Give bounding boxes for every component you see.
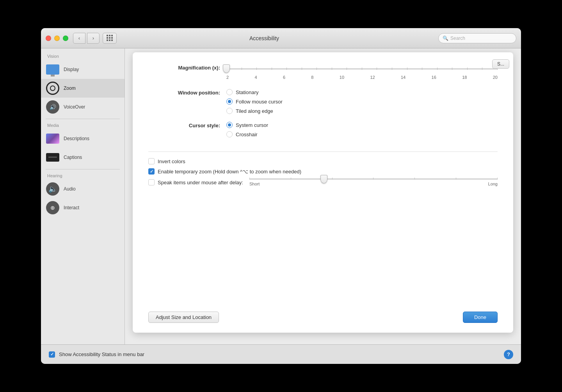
main-content: Vision Display Zoom (41, 48, 521, 344)
speak-items-checkbox[interactable] (148, 179, 155, 185)
captions-icon (46, 150, 60, 164)
sidebar-label-display: Display (64, 67, 79, 72)
mac-window: ‹ › Accessibility 🔍 Search Vision (41, 28, 521, 364)
temp-zoom-checkbox[interactable] (148, 168, 155, 175)
zoom-icon (46, 81, 60, 95)
sidebar-item-display[interactable]: Display (41, 60, 124, 79)
radio-crosshair[interactable]: Crosshair (226, 131, 268, 137)
window-position-label: Window position: (148, 89, 226, 96)
speak-slider-ticks (249, 178, 498, 180)
traffic-lights (46, 36, 68, 41)
magnification-slider-wrapper[interactable] (226, 64, 498, 73)
sidebar-divider-1 (46, 119, 120, 119)
radio-tiled[interactable]: Tiled along edge (226, 108, 283, 114)
slider-label-12: 12 (370, 75, 375, 80)
radio-circle-system-cursor (226, 122, 233, 128)
invert-colors-checkbox[interactable] (148, 158, 155, 164)
adjust-size-location-button[interactable]: Adjust Size and Location (148, 312, 219, 323)
help-button[interactable]: ? (504, 350, 513, 359)
sidebar-label-voiceover: VoiceOver (64, 104, 85, 110)
back-button[interactable]: ‹ (73, 33, 85, 44)
search-icon: 🔍 (443, 36, 448, 41)
speak-short-label: Short (249, 182, 260, 186)
search-bar[interactable]: 🔍 Search (438, 33, 516, 43)
descriptions-icon (46, 132, 60, 146)
audio-icon: 🔈 (46, 182, 60, 196)
invert-colors-label: Invert colors (158, 159, 185, 164)
slider-label-10: 10 (340, 75, 344, 80)
done-button[interactable]: Done (463, 312, 498, 323)
more-button-area: S... (492, 59, 509, 69)
voiceover-icon: 🔊 (46, 100, 60, 114)
radio-label-stationary: Stationary (236, 89, 259, 95)
close-button[interactable] (46, 36, 51, 41)
minimize-button[interactable] (54, 36, 60, 41)
bottom-bar: Show Accessibility Status in menu bar ? (41, 344, 521, 364)
speak-items-slider-wrapper[interactable]: Short Long (249, 178, 498, 186)
maximize-button[interactable] (63, 36, 68, 41)
magnification-slider-thumb[interactable] (223, 64, 230, 73)
magnification-row: Magnification (x): (148, 64, 498, 80)
sidebar-label-captions: Captions (64, 155, 82, 160)
sidebar-item-audio[interactable]: 🔈 Audio (41, 180, 124, 198)
magnification-slider-container: 2 4 6 8 10 12 14 16 18 20 (226, 64, 498, 80)
temp-zoom-row[interactable]: Enable temporary zoom (Hold down ^⌥ to z… (148, 168, 498, 175)
magnification-slider-track (226, 68, 498, 69)
radio-circle-stationary (226, 89, 233, 95)
sidebar-divider-2 (46, 169, 120, 169)
sidebar-label-interact: Interact (64, 205, 79, 210)
radio-follow-mouse[interactable]: Follow mouse cursor (226, 98, 283, 105)
radio-label-follow-mouse: Follow mouse cursor (236, 99, 283, 105)
content-area: Magnification (x): (125, 48, 521, 344)
media-section-label: Media (41, 121, 124, 129)
interact-icon: ⊕ (46, 201, 60, 215)
window-title: Accessibility (90, 35, 438, 41)
hearing-section-label: Hearing (41, 172, 124, 180)
slider-label-14: 14 (401, 75, 405, 80)
radio-label-system-cursor: System cursor (236, 122, 268, 128)
radio-circle-follow-mouse (226, 98, 233, 105)
panel-bottom-buttons: Adjust Size and Location Done (148, 305, 498, 323)
cursor-style-label: Cursor style: (148, 122, 226, 128)
radio-stationary[interactable]: Stationary (226, 89, 283, 95)
search-input[interactable]: Search (450, 36, 465, 41)
sidebar-label-audio: Audio (64, 186, 76, 192)
sidebar-item-descriptions[interactable]: Descriptions (41, 129, 124, 148)
cursor-style-options: System cursor Crosshair (226, 122, 268, 137)
sidebar-label-descriptions: Descriptions (64, 136, 89, 141)
magnification-label: Magnification (x): (148, 64, 226, 71)
radio-circle-tiled (226, 108, 233, 114)
slider-label-6: 6 (283, 75, 285, 80)
slider-label-8: 8 (311, 75, 313, 80)
sidebar-item-voiceover[interactable]: 🔊 VoiceOver (41, 98, 124, 116)
slider-tick-marks (226, 67, 498, 70)
sidebar: Vision Display Zoom (41, 48, 125, 344)
invert-colors-row[interactable]: Invert colors (148, 158, 498, 164)
vision-section-label: Vision (41, 52, 124, 60)
speak-end-labels: Short Long (249, 182, 498, 186)
slider-label-20: 20 (493, 75, 498, 80)
window-position-row: Window position: Stationary Follow mouse… (148, 89, 498, 114)
speak-items-row: Speak items under mouse after delay: (148, 178, 498, 186)
separator (148, 151, 498, 152)
radio-label-tiled: Tiled along edge (236, 108, 273, 114)
slider-label-18: 18 (462, 75, 467, 80)
sidebar-item-zoom[interactable]: Zoom (41, 79, 124, 98)
radio-circle-crosshair (226, 131, 233, 137)
show-accessibility-label: Show Accessibility Status in menu bar (59, 351, 144, 357)
slider-label-4: 4 (254, 75, 257, 80)
speak-items-slider-track (249, 178, 498, 180)
slider-labels: 2 4 6 8 10 12 14 16 18 20 (226, 75, 498, 80)
speak-long-label: Long (488, 182, 498, 186)
sidebar-item-captions[interactable]: Captions (41, 148, 124, 167)
slider-label-16: 16 (432, 75, 436, 80)
temp-zoom-label: Enable temporary zoom (Hold down ^⌥ to z… (158, 169, 301, 175)
slider-label-2: 2 (226, 75, 229, 80)
display-icon (46, 62, 60, 77)
radio-system-cursor[interactable]: System cursor (226, 122, 268, 128)
more-button[interactable]: S... (492, 59, 509, 69)
speak-items-label: Speak items under mouse after delay: (158, 180, 243, 185)
sidebar-item-interact[interactable]: ⊕ Interact (41, 198, 124, 217)
cursor-style-row: Cursor style: System cursor Crosshair (148, 122, 498, 137)
show-accessibility-checkbox[interactable] (49, 351, 55, 358)
